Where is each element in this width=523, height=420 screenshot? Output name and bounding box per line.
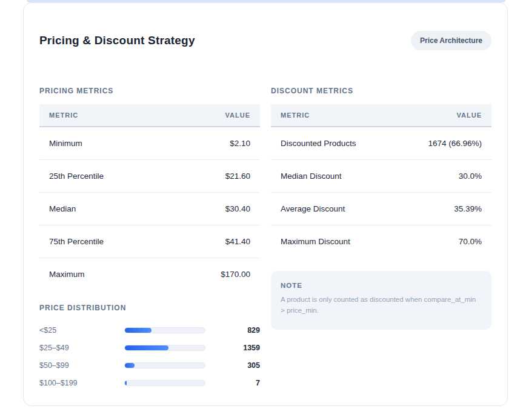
bar-fill <box>125 328 152 333</box>
bar-fill <box>125 381 127 385</box>
bar-track <box>124 345 205 351</box>
note-label: NOTE <box>281 282 482 289</box>
table-row: Median Discount 30.0% <box>271 160 491 193</box>
table-row: Maximum Discount 70.0% <box>271 225 491 258</box>
table-row: Average Discount 35.39% <box>271 193 491 225</box>
discount-column: DISCOUNT METRICS METRIC VALUE Discounted… <box>271 87 491 392</box>
price-distribution-section: PRICE DISTRIBUTION <$25 829 $25–$49 1359… <box>39 304 260 392</box>
discount-metrics-table: METRIC VALUE Discounted Products 1674 (6… <box>271 104 491 258</box>
table-row: Maximum $170.00 <box>39 258 260 291</box>
metric-cell: Maximum <box>39 258 172 291</box>
metric-cell: 25th Percentile <box>39 160 172 193</box>
metric-cell: Maximum Discount <box>271 225 396 258</box>
metric-cell: Average Discount <box>271 193 396 225</box>
note-box: NOTE A product is only counted as discou… <box>271 271 491 330</box>
note-text: A product is only counted as discounted … <box>281 295 482 316</box>
column-header-value: VALUE <box>172 104 260 127</box>
page-title: Pricing & Discount Strategy <box>39 34 195 47</box>
value-cell: $41.40 <box>172 225 260 258</box>
table-header-row: METRIC VALUE <box>39 104 260 127</box>
distribution-row: $50–$99 305 <box>39 356 260 374</box>
distribution-row: $100–$199 7 <box>39 374 260 392</box>
value-cell: 1674 (66.96%) <box>396 127 491 160</box>
metric-cell: Median Discount <box>271 160 396 193</box>
metric-cell: Minimum <box>39 127 172 160</box>
table-row: Minimum $2.10 <box>39 127 260 160</box>
bar-track <box>124 380 205 386</box>
price-architecture-badge: Price Architecture <box>411 31 491 50</box>
pricing-column: PRICING METRICS METRIC VALUE Minimum $2.… <box>39 87 260 392</box>
table-row: 25th Percentile $21.60 <box>39 160 260 193</box>
value-cell: 35.39% <box>396 193 491 225</box>
bucket-count: 1359 <box>205 344 260 352</box>
bar-track <box>124 362 205 368</box>
distribution-row: $25–$49 1359 <box>39 339 260 356</box>
bucket-count: 7 <box>205 379 260 387</box>
bar-fill <box>125 363 135 368</box>
value-cell: $170.00 <box>172 258 260 291</box>
pricing-metrics-section-label: PRICING METRICS <box>39 87 260 95</box>
bar-track <box>124 327 205 333</box>
pricing-discount-card: Pricing & Discount Strategy Price Archit… <box>23 2 508 406</box>
value-cell: $2.10 <box>172 127 260 160</box>
bar-fill <box>125 345 168 350</box>
table-row: 75th Percentile $41.40 <box>39 225 260 258</box>
card-header: Pricing & Discount Strategy Price Archit… <box>39 3 491 50</box>
metric-cell: Discounted Products <box>271 127 396 160</box>
price-distribution-section-label: PRICE DISTRIBUTION <box>39 304 260 312</box>
discount-metrics-section-label: DISCOUNT METRICS <box>271 87 491 95</box>
distribution-row: <$25 829 <box>39 321 260 339</box>
value-cell: 70.0% <box>396 225 491 258</box>
bucket-count: 305 <box>205 361 260 370</box>
column-header-metric: METRIC <box>39 104 172 127</box>
metric-cell: Median <box>39 193 172 225</box>
value-cell: $30.40 <box>172 193 260 225</box>
table-header-row: METRIC VALUE <box>271 104 491 127</box>
value-cell: $21.60 <box>172 160 260 193</box>
column-header-metric: METRIC <box>271 104 396 127</box>
bucket-label: $25–$49 <box>39 344 124 352</box>
table-row: Median $30.40 <box>39 193 260 225</box>
pricing-metrics-table: METRIC VALUE Minimum $2.10 25th Percenti… <box>39 104 260 290</box>
metric-cell: 75th Percentile <box>39 225 172 258</box>
value-cell: 30.0% <box>396 160 491 193</box>
bucket-count: 829 <box>205 326 260 335</box>
bucket-label: $100–$199 <box>39 379 124 387</box>
bucket-label: $50–$99 <box>39 361 124 370</box>
bucket-label: <$25 <box>39 326 124 335</box>
table-row: Discounted Products 1674 (66.96%) <box>271 127 491 160</box>
column-header-value: VALUE <box>396 104 491 127</box>
